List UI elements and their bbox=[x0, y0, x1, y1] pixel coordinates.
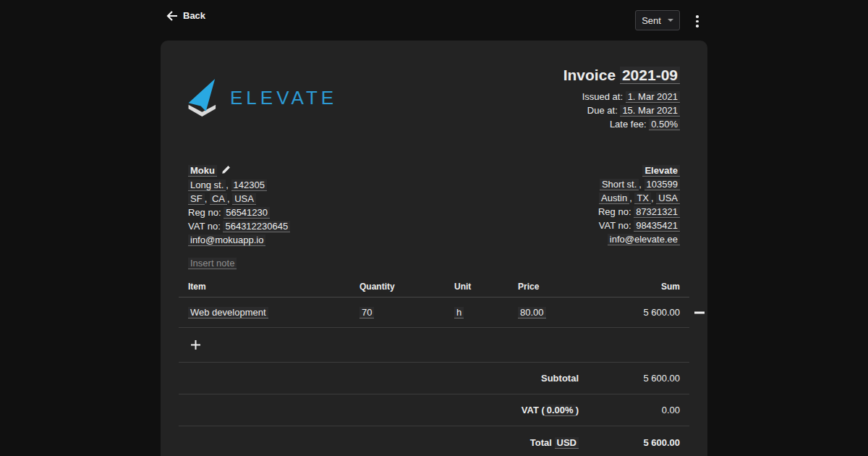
header-unit: Unit bbox=[454, 282, 518, 292]
seller-street-field[interactable]: Short st. bbox=[600, 179, 639, 190]
client-email-field[interactable]: info@mokuapp.io bbox=[188, 235, 265, 246]
kebab-dot bbox=[696, 25, 699, 28]
seller-reg-field[interactable]: 87321321 bbox=[634, 206, 680, 218]
header-quantity: Quantity bbox=[359, 282, 454, 292]
kebab-menu-button[interactable] bbox=[693, 14, 702, 29]
unit-cell: h bbox=[454, 307, 518, 318]
separator: , bbox=[226, 180, 229, 190]
total-label-prefix: Total bbox=[530, 437, 552, 448]
top-bar: Back Sent bbox=[0, 0, 868, 41]
line-items-table: Item Quantity Unit Price Sum Web develop… bbox=[179, 276, 689, 456]
parties-section: Moku Long st., 142305 SF, CA, USA Reg no… bbox=[179, 164, 689, 247]
invoice-title: Invoice 2021-09 bbox=[563, 67, 680, 84]
seller-name-line: Elevate bbox=[598, 164, 680, 177]
invoice-number-field[interactable]: 2021-09 bbox=[620, 67, 680, 84]
total-row: Total USD 5 600.00 bbox=[179, 426, 689, 456]
client-vat-label: VAT no: bbox=[188, 221, 221, 232]
client-vat-line: VAT no: 564312230645 bbox=[188, 219, 290, 233]
back-label: Back bbox=[183, 10, 205, 21]
seller-city-field[interactable]: Austin bbox=[599, 193, 629, 204]
seller-street-line: Short st., 103599 bbox=[598, 177, 680, 191]
late-fee-label: Late fee: bbox=[610, 119, 647, 130]
header-item: Item bbox=[179, 282, 359, 292]
due-at-label: Due at: bbox=[587, 105, 618, 116]
note-field[interactable]: Insert note bbox=[188, 258, 237, 269]
seller-state-field[interactable]: TX bbox=[634, 193, 651, 204]
sum-cell: 5 600.00 bbox=[597, 307, 689, 318]
currency-field[interactable]: USD bbox=[555, 437, 579, 449]
vat-label: VAT (0.00%) bbox=[179, 405, 588, 415]
quantity-field[interactable]: 70 bbox=[359, 307, 374, 318]
kebab-dot bbox=[696, 20, 699, 23]
invoice-header: ELEVATE Invoice 2021-09 Issued at: 1. Ma… bbox=[179, 64, 689, 131]
seller-name-field[interactable]: Elevate bbox=[642, 165, 680, 177]
client-vat-field[interactable]: 564312230645 bbox=[223, 221, 290, 232]
separator: , bbox=[227, 193, 230, 204]
status-dropdown[interactable]: Sent bbox=[635, 10, 680, 30]
seller-reg-label: Reg no: bbox=[598, 206, 631, 217]
chevron-down-icon bbox=[668, 19, 673, 22]
company-logo: ELEVATE bbox=[186, 64, 337, 131]
client-city-field[interactable]: SF bbox=[188, 193, 205, 205]
add-row-button[interactable] bbox=[188, 338, 203, 352]
vat-rate-field[interactable]: 0.00% bbox=[545, 405, 576, 416]
seller-email-field[interactable]: info@elevate.ee bbox=[608, 234, 680, 245]
seller-country-field[interactable]: USA bbox=[656, 193, 680, 204]
client-zip-field[interactable]: 142305 bbox=[231, 180, 267, 191]
separator: , bbox=[651, 193, 654, 203]
edit-icon[interactable] bbox=[221, 164, 231, 178]
subtotal-label: Subtotal bbox=[179, 373, 588, 384]
invoice-card: ELEVATE Invoice 2021-09 Issued at: 1. Ma… bbox=[161, 41, 707, 456]
unit-field[interactable]: h bbox=[454, 307, 464, 318]
header-sum: Sum bbox=[597, 282, 689, 292]
vat-label-suffix: ) bbox=[576, 405, 579, 415]
back-button[interactable]: Back bbox=[166, 10, 205, 21]
seller-reg-line: Reg no: 87321321 bbox=[598, 205, 680, 219]
client-email-line: info@mokuapp.io bbox=[188, 233, 290, 247]
due-at-field[interactable]: 15. Mar 2021 bbox=[620, 105, 680, 117]
separator: , bbox=[205, 193, 208, 204]
status-dropdown-value: Sent bbox=[642, 15, 661, 26]
remove-row-button[interactable] bbox=[693, 306, 706, 319]
item-name-field[interactable]: Web development bbox=[188, 307, 268, 318]
vat-value: 0.00 bbox=[588, 405, 689, 415]
late-fee-field[interactable]: 0.50% bbox=[649, 119, 680, 130]
client-name-line: Moku bbox=[188, 164, 290, 178]
client-state-field[interactable]: CA bbox=[210, 193, 227, 205]
back-arrow-icon bbox=[166, 11, 178, 21]
subtotal-value: 5 600.00 bbox=[588, 373, 689, 384]
seller-address-block: Elevate Short st., 103599 Austin, TX, US… bbox=[598, 164, 680, 247]
seller-zip-field[interactable]: 103599 bbox=[644, 179, 680, 190]
client-name-field[interactable]: Moku bbox=[188, 165, 217, 177]
vat-row: VAT (0.00%) 0.00 bbox=[179, 394, 689, 426]
seller-vat-line: VAT no: 98435421 bbox=[598, 219, 680, 232]
table-header-row: Item Quantity Unit Price Sum bbox=[179, 276, 689, 297]
client-reg-field[interactable]: 56541230 bbox=[224, 207, 270, 219]
quantity-cell: 70 bbox=[359, 307, 454, 318]
late-fee-line: Late fee: 0.50% bbox=[563, 117, 680, 131]
separator: , bbox=[639, 179, 642, 190]
header-price: Price bbox=[518, 282, 597, 292]
client-reg-line: Reg no: 56541230 bbox=[188, 206, 290, 219]
seller-vat-field[interactable]: 98435421 bbox=[634, 220, 680, 232]
price-field[interactable]: 80.00 bbox=[518, 307, 546, 318]
issued-at-label: Issued at: bbox=[582, 91, 623, 102]
seller-vat-label: VAT no: bbox=[599, 220, 631, 231]
issued-at-line: Issued at: 1. Mar 2021 bbox=[563, 90, 680, 104]
table-row: Web development 70 h 80.00 5 600.00 bbox=[179, 297, 689, 328]
total-label: Total USD bbox=[179, 437, 588, 448]
client-address-block: Moku Long st., 142305 SF, CA, USA Reg no… bbox=[188, 164, 290, 247]
note-row: Insert note bbox=[179, 256, 689, 270]
issued-at-field[interactable]: 1. Mar 2021 bbox=[626, 91, 680, 103]
client-country-field[interactable]: USA bbox=[232, 193, 256, 205]
item-cell: Web development bbox=[179, 307, 359, 318]
client-street-field[interactable]: Long st. bbox=[188, 180, 226, 191]
seller-email-line: info@elevate.ee bbox=[598, 232, 680, 246]
price-cell: 80.00 bbox=[518, 307, 597, 318]
brand-name: ELEVATE bbox=[230, 87, 337, 109]
total-value: 5 600.00 bbox=[588, 437, 689, 448]
seller-city-line: Austin, TX, USA bbox=[598, 191, 680, 205]
client-street-line: Long st., 142305 bbox=[188, 178, 290, 192]
elevate-logo-icon bbox=[186, 77, 222, 119]
add-row-container bbox=[179, 328, 689, 363]
